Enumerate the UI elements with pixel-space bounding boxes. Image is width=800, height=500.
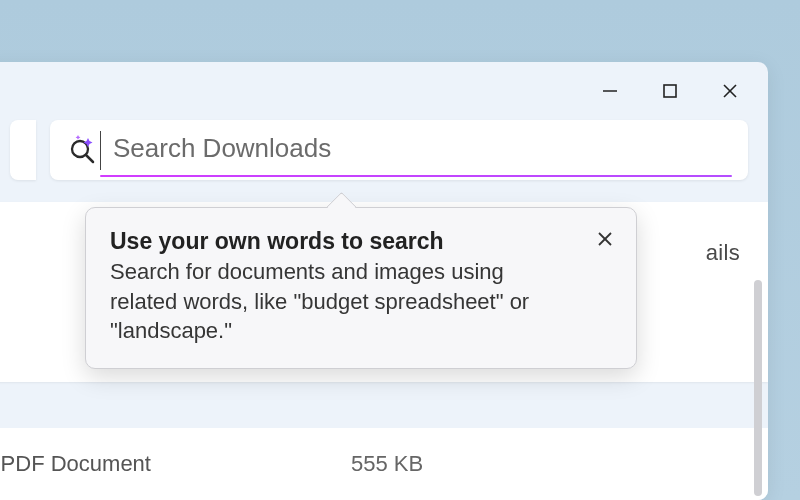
ai-search-icon [66,135,100,165]
close-button[interactable] [700,68,760,114]
tooltip-body: Search for documents and images using re… [110,257,614,346]
explorer-window: ails Use your own words to search Search… [0,62,768,500]
toolbar-left-stub [10,120,36,180]
minimize-button[interactable] [580,68,640,114]
search-hint-tooltip: Use your own words to search Search for … [85,207,637,369]
details-column-header[interactable]: ails [706,240,740,266]
vertical-scrollbar[interactable] [754,280,762,400]
column-header-band: ails Use your own words to search Search… [0,202,768,382]
tooltip-title: Use your own words to search [110,228,614,255]
search-focus-underline [100,175,732,177]
vertical-scrollbar[interactable] [754,388,762,496]
svg-rect-1 [664,85,676,97]
close-icon [721,82,739,100]
file-list-row[interactable]: ge PDF Document 555 KB [0,428,768,500]
svg-line-5 [86,155,93,162]
maximize-button[interactable] [640,68,700,114]
tooltip-close-button[interactable] [590,224,620,254]
file-type-cell: ge PDF Document [0,451,151,477]
close-icon [596,230,614,248]
toolbar-row [10,120,748,180]
search-box[interactable] [50,120,748,180]
maximize-icon [661,82,679,100]
search-input[interactable] [100,131,730,170]
file-size-cell: 555 KB [351,451,423,477]
minimize-icon [601,82,619,100]
desktop-background: ails Use your own words to search Search… [0,0,800,500]
window-titlebar [0,62,768,120]
